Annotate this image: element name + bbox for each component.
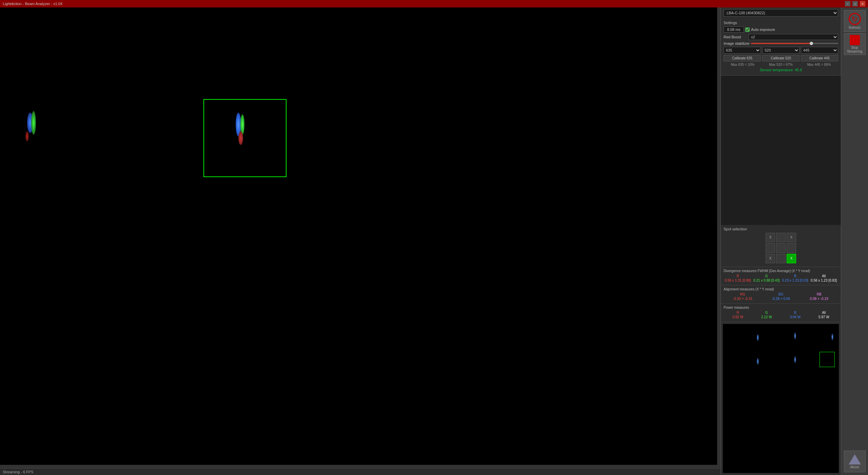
alignment-rb-label: RB <box>800 292 838 296</box>
auto-exposure-checkbox[interactable] <box>745 27 750 32</box>
exposure-row: 8.08 ms Auto exposure <box>724 26 838 33</box>
refresh-label: Refresh <box>849 26 861 30</box>
status-bar: Streaming - 6 FPS <box>0 468 721 475</box>
settings-title: Settings <box>724 21 838 25</box>
calib-635-select[interactable]: 635 <box>724 47 761 54</box>
max-values-row: Max 635 = 10% Max 520 = 67% Max 445 = 89… <box>724 63 838 66</box>
power-header: Power measures <box>724 306 838 309</box>
divergence-r-value: 0.56 x 1.31 [0.86] <box>724 279 752 282</box>
calibrate-445-button[interactable]: Calibrate 445 <box>801 55 838 61</box>
image-stabilizer-row: Image stabilizer <box>724 41 838 45</box>
spot-cell-0-2[interactable]: X <box>787 233 796 242</box>
image-stabilizer-slider[interactable] <box>751 43 838 44</box>
divergence-all-label: All <box>810 274 839 278</box>
power-g-label: G <box>752 311 781 315</box>
thumb-beam-2 <box>794 332 796 339</box>
calib-buttons-row: Calibrate 635 Calibrate 520 Calibrate 44… <box>724 55 838 61</box>
thumb-beam-4 <box>757 358 759 365</box>
thumb-beam-1 <box>757 334 759 341</box>
close-button[interactable]: × <box>860 1 865 6</box>
thumb-beam-5 <box>794 356 796 363</box>
divergence-section: Divergence measures FWHM [Geo Average] (… <box>721 267 841 285</box>
about-label: About <box>850 465 859 469</box>
spot-grid: X X X X <box>766 233 796 263</box>
settings-section: Settings 8.08 ms Auto exposure Red Boost… <box>721 19 841 76</box>
power-b-label: B <box>781 311 810 315</box>
alignment-bg-value: -0.38 × 0.04 <box>762 297 800 301</box>
center-red-beam <box>238 131 243 145</box>
logo-icon <box>849 454 861 464</box>
auto-exposure-label: Auto exposure <box>745 27 775 32</box>
power-all-label: All <box>810 311 839 315</box>
camera-horizontal-scrollbar[interactable] <box>0 465 721 468</box>
sensor-temperature: Sensor temperature: 45.6 <box>724 68 838 72</box>
spot-cell-0-1[interactable] <box>776 233 786 242</box>
calibrate-520-button[interactable]: Calibrate 520 <box>762 55 800 61</box>
image-stabilizer-label: Image stabilizer <box>724 41 750 45</box>
camera-vertical-scrollbar[interactable] <box>717 7 721 468</box>
streaming-status: Streaming - 6 FPS <box>3 470 33 474</box>
divergence-g-value: 0.21 x 0.88 [0.43] <box>752 279 781 282</box>
spot-section: Spot selection X X X X <box>721 225 841 267</box>
red-boost-select[interactable]: x2 <box>749 34 838 40</box>
thumb-beam-3 <box>831 334 833 340</box>
spot-cell-1-1[interactable] <box>776 243 786 253</box>
spot-cell-2-2[interactable]: X <box>787 254 796 263</box>
about-button[interactable]: About <box>844 451 866 472</box>
camera-view[interactable]: Streaming - 6 FPS <box>0 7 721 475</box>
titlebar: Lightdiction - Beam Analyzer - v1.04 − □… <box>0 0 868 7</box>
max-520: Max 520 = 67% <box>769 63 793 66</box>
empty-section <box>721 76 841 225</box>
power-labels-row: R G B All <box>724 311 838 315</box>
spot-cell-1-0[interactable] <box>766 243 775 253</box>
divergence-b-label: B <box>781 274 810 278</box>
alignment-rg-label: RG <box>724 292 762 296</box>
power-g-value: 2.12 W <box>752 315 781 319</box>
calib-selects-row: 635 520 445 <box>724 47 838 54</box>
power-all-value: 5.97 W <box>810 315 839 319</box>
slider-container <box>751 43 838 44</box>
stop-label: Stop Streaming <box>844 46 865 53</box>
calib-445-select[interactable]: 445 <box>801 47 838 54</box>
divergence-b-value: 0.23 x 1.23 [0.53] <box>781 279 810 282</box>
device-selector[interactable]: LBA-C-100 (40430822) <box>724 9 838 17</box>
divergence-all-value: 0.56 x 1.23 [0.83] <box>810 279 839 282</box>
alignment-section: Alignment measures (X * Y mrad) RG BG RB… <box>721 285 841 304</box>
spot-cell-0-0[interactable]: X <box>766 233 775 242</box>
right-sidebar: Refresh Stop Streaming About <box>841 7 868 475</box>
red-boost-row: Red Boost x2 <box>724 34 838 40</box>
refresh-button[interactable]: Refresh <box>844 10 866 32</box>
main-container: Streaming - 6 FPS LBA-C-100 (40430822) S… <box>0 7 868 475</box>
device-section: LBA-C-100 (40430822) <box>721 7 841 19</box>
titlebar-controls: − □ × <box>845 1 865 6</box>
spot-cell-1-2[interactable] <box>787 243 796 253</box>
power-b-value: 3.04 W <box>781 315 810 319</box>
max-635: Max 635 = 10% <box>731 63 754 66</box>
calibrate-635-button[interactable]: Calibrate 635 <box>724 55 761 61</box>
selection-rectangle[interactable] <box>203 99 287 177</box>
power-section: Power measures R G B All 0.82 W 2.12 W 3… <box>721 304 841 322</box>
divergence-header: Divergence measures FWHM [Geo Average] (… <box>724 269 838 273</box>
spot-cell-2-0[interactable]: X <box>766 254 775 263</box>
divergence-r-label: R <box>724 274 752 278</box>
divergence-g-label: G <box>752 274 781 278</box>
stop-streaming-button[interactable]: Stop Streaming <box>844 33 866 55</box>
divergence-labels-row: R G B All <box>724 274 838 278</box>
power-values-row: 0.82 W 2.12 W 3.04 W 5.97 W <box>724 315 838 319</box>
alignment-values-row: -0.30 × -0.15 -0.38 × 0.04 0.08 × -0.19 <box>724 297 838 301</box>
app-title: Lightdiction - Beam Analyzer - v1.04 <box>3 2 62 6</box>
restore-button[interactable]: □ <box>852 1 858 6</box>
red-boost-label: Red Boost <box>724 35 747 39</box>
refresh-icon <box>849 13 861 25</box>
left-red-beam <box>25 131 29 141</box>
minimize-button[interactable]: − <box>845 1 850 6</box>
alignment-rb-value: 0.08 × -0.19 <box>800 297 838 301</box>
thumbnail-section <box>723 324 839 473</box>
max-445: Max 445 = 89% <box>807 63 831 66</box>
calib-520-select[interactable]: 520 <box>762 47 800 54</box>
spot-cell-2-1[interactable] <box>776 254 786 263</box>
thumb-selection-rect <box>820 352 835 367</box>
alignment-header: Alignment measures (X * Y mrad) <box>724 287 838 291</box>
power-r-label: R <box>724 311 752 315</box>
alignment-rg-value: -0.30 × -0.15 <box>724 297 762 301</box>
